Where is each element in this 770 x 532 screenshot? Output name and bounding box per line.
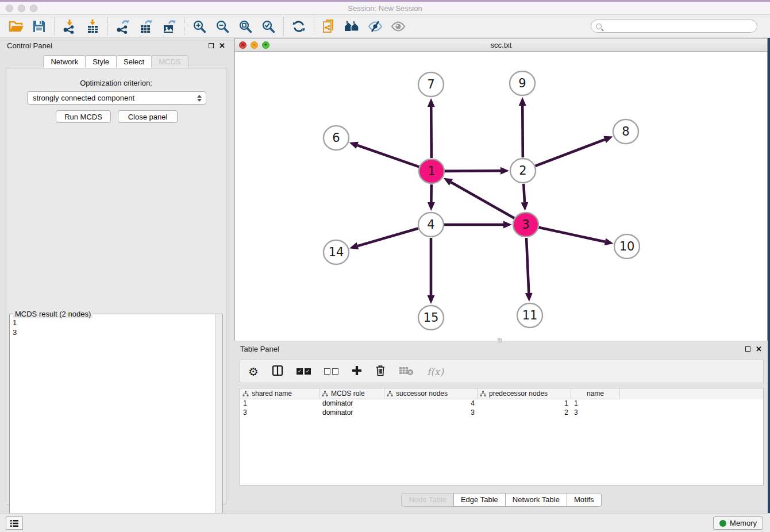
- tab-edge-table[interactable]: Edge Table: [453, 493, 506, 507]
- add-column-icon[interactable]: [352, 365, 362, 378]
- table-cell[interactable]: 4: [384, 399, 478, 408]
- graph-edge[interactable]: [526, 238, 529, 293]
- graph-node-label: 8: [622, 125, 629, 138]
- column-header-name[interactable]: name: [571, 388, 620, 399]
- select-stepper-icon: [197, 95, 202, 102]
- graph-edge[interactable]: [357, 228, 418, 246]
- first-neighbors-icon[interactable]: [341, 16, 364, 37]
- select-all-columns-icon[interactable]: ✓✓: [297, 368, 311, 375]
- column-header-successor-nodes[interactable]: successor nodes: [384, 388, 478, 399]
- table-cell[interactable]: dominator: [319, 399, 384, 408]
- search-input[interactable]: [605, 22, 752, 30]
- network-window-titlebar[interactable]: ✕ − + scc.txt: [235, 38, 767, 52]
- export-image-icon[interactable]: [157, 16, 180, 37]
- search-box[interactable]: [591, 20, 757, 33]
- table-row[interactable]: 1dominator411: [240, 399, 763, 408]
- graph-edge-arrowhead: [521, 202, 528, 211]
- table-cell[interactable]: 3: [571, 408, 620, 418]
- table-cell[interactable]: 3: [240, 408, 319, 418]
- table-cell[interactable]: 1: [571, 399, 620, 408]
- tab-style[interactable]: Style: [85, 55, 117, 68]
- tab-motifs[interactable]: Motifs: [567, 493, 602, 507]
- result-scrollbar[interactable]: [215, 314, 222, 527]
- close-table-panel-icon[interactable]: ✕: [756, 346, 762, 352]
- refresh-icon[interactable]: [287, 16, 310, 37]
- graph-edge[interactable]: [451, 182, 514, 218]
- graph-edge-arrowhead: [500, 167, 509, 175]
- table-cell[interactable]: 1: [478, 399, 571, 408]
- window-title: Session: New Session: [0, 4, 770, 13]
- table-cell[interactable]: dominator: [319, 408, 384, 418]
- zoom-selected-icon[interactable]: [257, 16, 280, 37]
- toolbar-separator: [107, 17, 108, 36]
- column-header-predecessor-nodes[interactable]: predecessor nodes: [478, 388, 571, 399]
- table-toolbar: ⚙ ✓✓ f(x): [240, 360, 764, 383]
- import-table-icon[interactable]: [81, 16, 104, 37]
- graph-edge[interactable]: [536, 140, 605, 166]
- table-settings-gear-icon[interactable]: ⚙: [248, 365, 259, 379]
- graph-edge-arrowhead: [519, 97, 526, 106]
- graph-node-label: 1: [428, 164, 435, 178]
- hide-selected-icon[interactable]: [364, 16, 387, 37]
- import-network-icon[interactable]: [58, 16, 81, 37]
- graph-edge[interactable]: [357, 145, 419, 167]
- graph-edge[interactable]: [431, 107, 432, 158]
- table-row[interactable]: 3dominator323: [240, 408, 763, 418]
- graph-edge-arrowhead: [428, 98, 435, 107]
- graph-edge[interactable]: [445, 171, 500, 171]
- optimization-criterion-select[interactable]: strongly connected component: [27, 91, 206, 105]
- function-builder-icon[interactable]: f(x): [427, 366, 444, 377]
- graph-node-label: 6: [332, 131, 340, 145]
- network-window-title: scc.txt: [235, 41, 767, 49]
- node-table: shared nameMCDS rolesuccessor nodesprede…: [240, 388, 764, 485]
- table-cell[interactable]: 2: [478, 408, 571, 418]
- zoom-out-icon[interactable]: [211, 16, 234, 37]
- column-header-shared-name[interactable]: shared name: [240, 388, 319, 399]
- show-all-icon[interactable]: [387, 16, 410, 37]
- zoom-fit-icon[interactable]: [234, 16, 257, 37]
- memory-button[interactable]: Memory: [713, 516, 763, 530]
- zoom-in-icon[interactable]: [188, 16, 211, 37]
- table-header-row: shared nameMCDS rolesuccessor nodesprede…: [240, 388, 763, 399]
- deselect-all-columns-icon[interactable]: [324, 368, 338, 375]
- optimization-criterion-value: strongly connected component: [33, 94, 134, 102]
- table-cell[interactable]: 3: [384, 408, 478, 418]
- control-panel-tabs: Network Style Select MCDS: [1, 55, 230, 68]
- search-icon: [596, 24, 602, 29]
- mcds-result-box: MCDS result (2 nodes) 1 3: [9, 314, 223, 527]
- network-graph-svg: 1234678910111415: [235, 52, 767, 341]
- table-tabs: Node Table Edge Table Network Table Moti…: [234, 493, 768, 507]
- network-canvas[interactable]: 1234678910111415: [235, 52, 767, 341]
- tab-network[interactable]: Network: [43, 55, 86, 68]
- graph-edge-arrowhead: [503, 221, 512, 229]
- run-mcds-button[interactable]: Run MCDS: [56, 110, 111, 123]
- graph-edge-arrowhead: [349, 242, 359, 249]
- tab-mcds[interactable]: MCDS: [151, 55, 188, 68]
- tab-network-table[interactable]: Network Table: [505, 493, 567, 507]
- tab-node-table[interactable]: Node Table: [401, 493, 454, 507]
- open-file-icon[interactable]: [5, 16, 28, 37]
- control-panel: Control Panel ✕ Network Style Select MCD…: [1, 38, 230, 511]
- graph-node-label: 4: [427, 218, 434, 232]
- clone-network-icon[interactable]: [318, 16, 341, 37]
- delete-table-icon[interactable]: [399, 365, 414, 378]
- graph-edge[interactable]: [523, 184, 525, 202]
- float-panel-icon[interactable]: [209, 43, 214, 48]
- float-table-panel-icon[interactable]: [745, 346, 750, 352]
- save-session-icon[interactable]: [28, 16, 51, 37]
- graph-edge[interactable]: [538, 228, 605, 242]
- delete-column-trash-icon[interactable]: [375, 365, 386, 379]
- task-history-button[interactable]: [6, 516, 23, 530]
- table-cell[interactable]: 1: [240, 399, 319, 408]
- network-view-window: ✕ − + scc.txt 1234678910111415: [234, 38, 768, 341]
- graph-edge[interactable]: [522, 106, 523, 157]
- graph-edge-arrowhead: [428, 202, 435, 211]
- export-network-icon[interactable]: [111, 16, 134, 37]
- column-header-MCDS-role[interactable]: MCDS role: [319, 388, 384, 399]
- mcds-result-lines: 1 3: [13, 318, 17, 337]
- split-table-icon[interactable]: [272, 365, 283, 379]
- export-table-icon[interactable]: [134, 16, 157, 37]
- tab-select[interactable]: Select: [116, 55, 152, 68]
- close-panel-button[interactable]: Close panel: [118, 110, 178, 123]
- close-panel-icon[interactable]: ✕: [219, 43, 225, 48]
